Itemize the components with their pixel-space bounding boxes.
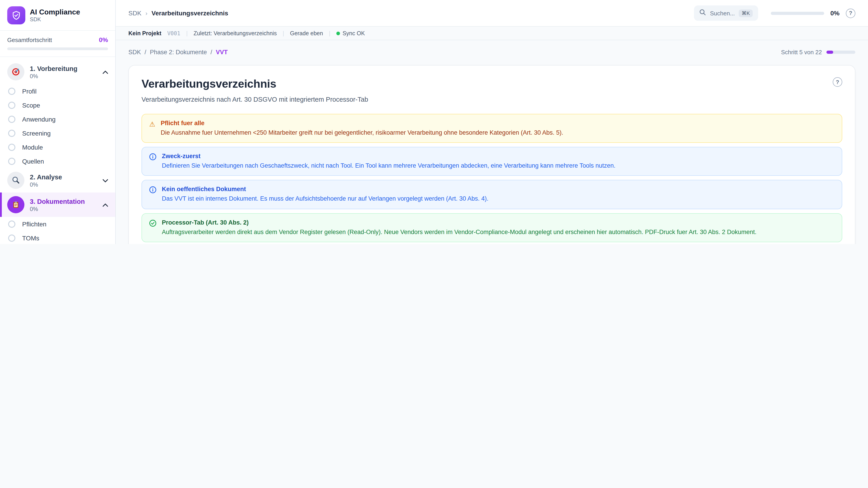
crumb-sdk[interactable]: SDK (128, 49, 141, 56)
last-activity: Zuletzt: Verarbeitungsverzeichnis (193, 30, 277, 36)
radio-icon (8, 143, 16, 151)
alert-success: Processor-Tab (Art. 30 Abs. 2) Auftragsv… (142, 213, 842, 242)
app-logo-block: AI Compliance SDK (0, 0, 115, 31)
help-icon[interactable]: ? (846, 8, 855, 18)
radio-icon (8, 116, 16, 123)
sync-ok-dot (336, 31, 340, 35)
overall-progress-bar (7, 47, 108, 50)
section-percent: 0% (30, 182, 97, 188)
alert-title: Pflicht fuer alle (161, 120, 563, 127)
sidebar-item-pflichten[interactable]: Pflichten (0, 217, 115, 231)
project-name: Kein Projekt (128, 30, 161, 36)
check-circle-icon (149, 219, 156, 228)
sidebar-section-vorbereitung[interactable]: 1. Vorbereitung 0% (0, 60, 115, 84)
magnifier-icon (7, 172, 24, 189)
radio-icon (8, 234, 16, 241)
version-tag: V001 (167, 30, 180, 36)
alert-warning: ⚠ Pflicht fuer alle Die Ausnahme fuer Un… (142, 114, 842, 143)
sidebar-item-quellen[interactable]: Quellen (0, 154, 115, 168)
divider: | (329, 30, 331, 36)
breadcrumb-current: Verarbeitungsverzeichnis (151, 9, 228, 17)
search-icon (700, 9, 706, 17)
overall-progress-label: Gesamtfortschritt (7, 36, 52, 43)
step-progress-bar (827, 51, 855, 54)
radio-icon (8, 129, 16, 137)
chevron-right-icon: › (146, 10, 148, 17)
chevron-down-icon (103, 176, 108, 184)
alert-body: Auftragsverarbeiter werden direkt aus de… (162, 228, 756, 236)
shield-check-icon (7, 6, 25, 24)
search-placeholder-text: Suchen... (710, 10, 735, 17)
info-icon (149, 153, 156, 162)
global-search[interactable]: Suchen... ⌘K (694, 5, 758, 21)
page-breadcrumb-row: SDK / Phase 2: Dokumente / VVT Schritt 5… (128, 49, 855, 56)
overall-progress-value: 0% (99, 36, 108, 43)
radio-icon (8, 101, 16, 109)
alert-title: Processor-Tab (Art. 30 Abs. 2) (162, 219, 756, 226)
status-bar: Kein Projekt V001 | Zuletzt: Verarbeitun… (116, 27, 868, 40)
crumb-separator: / (211, 49, 212, 56)
radio-icon (8, 220, 16, 228)
chevron-up-icon (103, 68, 108, 76)
sidebar-nav: 1. Vorbereitung 0% Profil Scope Anwendun… (0, 57, 115, 244)
app-subtitle: SDK (30, 16, 80, 23)
alert-info: Zweck-zuerst Definieren Sie Verarbeitung… (142, 147, 842, 176)
sidebar-section-dokumentation[interactable]: 3. Dokumentation 0% (0, 193, 115, 217)
app-title: AI Compliance (30, 8, 80, 17)
help-icon[interactable]: ? (833, 77, 842, 87)
header-progress-value: 0% (831, 9, 839, 17)
sync-status: Sync OK (336, 30, 365, 36)
clipboard-icon (7, 196, 24, 213)
radio-icon (8, 88, 16, 95)
step-progress: Schritt 5 von 22 (781, 49, 855, 56)
alerts-list: ⚠ Pflicht fuer alle Die Ausnahme fuer Un… (142, 114, 842, 242)
page-content: SDK / Phase 2: Dokumente / VVT Schritt 5… (116, 40, 868, 244)
section-label: 2. Analyse (30, 173, 62, 181)
alert-title: Zweck-zuerst (162, 153, 616, 160)
breadcrumb: SDK › Verarbeitungsverzeichnis (128, 9, 688, 17)
title-card: Verarbeitungsverzeichnis Verarbeitungsve… (128, 65, 855, 244)
sidebar-item-profil[interactable]: Profil (0, 84, 115, 98)
keyboard-shortcut-badge: ⌘K (739, 9, 753, 17)
sidebar-item-screening[interactable]: Screening (0, 126, 115, 140)
chevron-up-icon (103, 201, 108, 209)
section-label: 3. Dokumentation (30, 198, 85, 205)
top-header: SDK › Verarbeitungsverzeichnis Suchen...… (116, 0, 868, 27)
alert-body: Das VVT ist ein internes Dokument. Es mu… (162, 195, 489, 203)
crumb-phase[interactable]: Phase 2: Dokumente (150, 49, 207, 56)
info-icon (149, 186, 156, 195)
header-progress-bar (771, 11, 824, 15)
divider: | (283, 30, 284, 36)
target-icon (7, 63, 24, 80)
last-time: Gerade eben (290, 30, 323, 36)
sidebar-item-toms[interactable]: TOMs (0, 231, 115, 244)
main-area: SDK › Verarbeitungsverzeichnis Suchen...… (116, 0, 868, 244)
breadcrumb-root[interactable]: SDK (128, 9, 142, 17)
alert-info: Kein oeffentliches Dokument Das VVT ist … (142, 180, 842, 209)
alert-title: Kein oeffentliches Dokument (162, 186, 489, 193)
warning-icon: ⚠ (149, 120, 155, 128)
overall-progress-block: Gesamtfortschritt 0% (0, 31, 115, 57)
sidebar-item-module[interactable]: Module (0, 140, 115, 154)
radio-icon (8, 158, 16, 165)
page-title: Verarbeitungsverzeichnis (142, 77, 368, 90)
sidebar-section-analyse[interactable]: 2. Analyse 0% (0, 168, 115, 193)
sidebar-item-anwendung[interactable]: Anwendung (0, 112, 115, 126)
page-subtitle: Verarbeitungsverzeichnis nach Art. 30 DS… (142, 96, 368, 103)
app-root: AI Compliance SDK Gesamtfortschritt 0% 1… (0, 0, 868, 244)
alert-body: Definieren Sie Verarbeitungen nach Gesch… (162, 162, 616, 170)
section-percent: 0% (30, 73, 97, 79)
step-label: Schritt 5 von 22 (781, 49, 822, 56)
page-breadcrumb: SDK / Phase 2: Dokumente / VVT (128, 49, 228, 56)
crumb-separator: / (145, 49, 147, 56)
section-percent: 0% (30, 206, 97, 212)
section-label: 1. Vorbereitung (30, 65, 78, 72)
crumb-current: VVT (216, 49, 228, 56)
sidebar: AI Compliance SDK Gesamtfortschritt 0% 1… (0, 0, 116, 244)
sidebar-item-scope[interactable]: Scope (0, 98, 115, 112)
divider: | (186, 30, 188, 36)
alert-body: Die Ausnahme fuer Unternehmen <250 Mitar… (161, 129, 563, 137)
